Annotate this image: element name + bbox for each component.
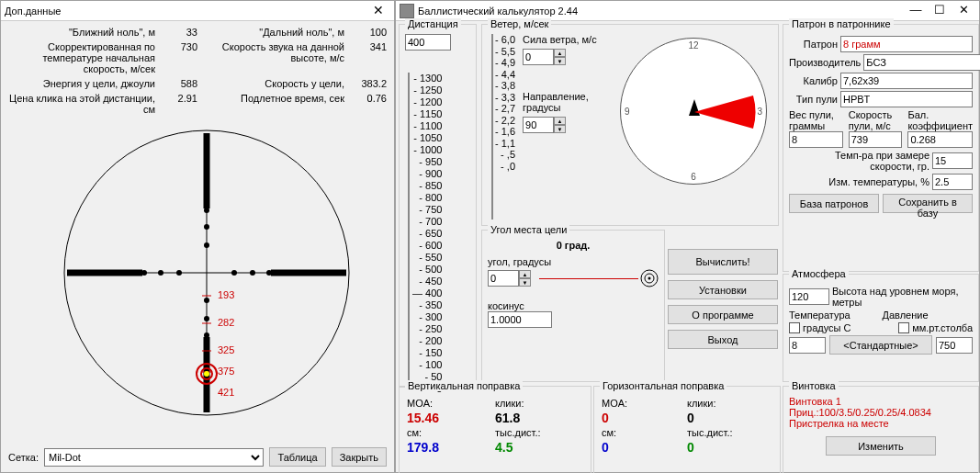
click-price-label: Цена клика на этой дистанции, см (8, 93, 155, 115)
wind-slider[interactable] (488, 34, 493, 220)
ret-val-3: 375 (218, 366, 234, 377)
pressure-input[interactable] (936, 337, 973, 354)
action-buttons: Вычислить! Установки О программе Выход (668, 249, 778, 349)
horiz-clk-label: клики: (687, 398, 772, 409)
horiz-moa-value: 0 (602, 411, 687, 425)
maximize-icon[interactable]: ☐ (928, 3, 952, 19)
maker-label: Производитель (789, 57, 861, 68)
distance-slider[interactable] (405, 73, 412, 385)
spin-down-icon[interactable]: ▼ (519, 278, 531, 287)
energy-label: Энергия у цели, джоули (8, 78, 155, 89)
svg-point-8 (176, 270, 182, 276)
bullet-speed-label: Скорость у цели, (197, 78, 344, 89)
distance-legend: Дистанция (405, 18, 461, 29)
close-button[interactable]: Закрыть (332, 447, 387, 467)
spin-up-icon[interactable]: ▲ (554, 49, 566, 57)
ret-val-4: 421 (218, 387, 234, 398)
vert-clk-value: 61.8 (495, 411, 583, 425)
wind-strength-label: Сила ветра, м/с (523, 34, 607, 45)
far-zero-value: 100 (344, 27, 387, 38)
spin-up-icon[interactable]: ▲ (554, 117, 566, 125)
wind-dir-input[interactable] (523, 117, 554, 133)
distance-scale: - 1300- 1250- 1200- 1150- 1100- 1050- 10… (412, 73, 445, 395)
angle-slider[interactable] (539, 278, 638, 279)
vert-clk-label: клики: (495, 398, 583, 409)
grid-select[interactable]: Mil-Dot (44, 448, 265, 467)
cartridge-db-button[interactable]: База патронов (789, 194, 879, 213)
speed-input[interactable] (849, 131, 903, 148)
svg-point-25 (204, 371, 209, 377)
spin-down-icon[interactable]: ▼ (554, 57, 566, 65)
bottom-bar: Сетка: Mil-Dot Таблица Закрыть (1, 444, 394, 470)
meas-temp-label: Темп-ра при замере скорости, гр. (789, 150, 929, 172)
main-title: Баллистический калькулятор 2.44 (418, 6, 904, 17)
temp-input[interactable] (789, 337, 826, 354)
distance-group: Дистанция - 1300- 1250- 1200- 1150- 1100… (399, 24, 477, 388)
exit-button[interactable]: Выход (668, 330, 778, 349)
grid-label: Сетка: (8, 452, 39, 463)
angle-label: угол, градусы (488, 256, 659, 267)
svg-point-18 (204, 332, 209, 338)
vert-moa-value: 15.46 (407, 411, 495, 425)
angle-title: 0 град. (488, 240, 659, 251)
table-button[interactable]: Таблица (269, 447, 325, 467)
save-cartridge-button[interactable]: Сохранить в базу (883, 194, 973, 213)
dtemp-input[interactable] (932, 174, 973, 190)
ret-val-0: 193 (218, 289, 234, 300)
angle-input[interactable] (488, 270, 519, 287)
sound-speed-label: Скорость звука на данной высоте, м/с (197, 41, 344, 74)
svg-point-14 (204, 242, 209, 248)
cart-label: Патрон (789, 39, 838, 50)
wind-scale: - 6,0- 5,5- 4,9- 4,4- 3,8- 3,3- 2,7- 2,2… (495, 34, 515, 220)
bc-input[interactable] (907, 131, 973, 148)
close-main-icon[interactable]: ✕ (952, 3, 975, 19)
bullet-speed-value: 383.2 (344, 78, 387, 89)
pres-header: Давление (883, 310, 974, 321)
deg-c-checkbox[interactable]: градусы С (789, 322, 850, 333)
weight-input[interactable] (789, 131, 843, 148)
cartridge-group: Патрон в патроннике Патрон Производитель… (783, 24, 979, 272)
app-icon (400, 4, 414, 18)
speed-label: Скорость пули, м/с (849, 109, 903, 131)
vertical-correction-group: Вертикальная поправка MOA: клики: 15.46 … (399, 386, 591, 473)
flight-time-label: Подлетное время, сек (197, 93, 344, 115)
svg-point-16 (204, 316, 209, 321)
cos-input[interactable] (488, 311, 552, 328)
cart-input[interactable] (840, 36, 973, 52)
vert-cm-value: 179.8 (407, 440, 495, 455)
about-button[interactable]: О программе (668, 305, 778, 324)
edit-rifle-button[interactable]: Изменить (826, 436, 936, 456)
wind-clock[interactable]: 12 3 6 9 (620, 38, 767, 185)
spin-up-icon[interactable]: ▲ (519, 270, 531, 278)
horiz-mil-label: тыс.дист.: (687, 427, 772, 438)
energy-value: 588 (155, 78, 197, 89)
maker-input[interactable] (863, 54, 980, 71)
meas-temp-input[interactable] (932, 152, 973, 169)
minimize-icon[interactable]: — (904, 3, 928, 19)
ret-val-2: 325 (218, 344, 234, 355)
horiz-clk-value: 0 (687, 411, 772, 425)
standard-button[interactable]: <Стандартные> (829, 335, 932, 355)
close-icon[interactable]: ✕ (366, 3, 390, 19)
weight-label: Вес пули, граммы (789, 109, 843, 131)
wind-strength-input[interactable] (523, 49, 554, 65)
reticle-svg: 193 282 325 375 421 (23, 126, 372, 438)
caliber-input[interactable] (840, 73, 973, 89)
altitude-input[interactable] (789, 288, 829, 305)
flight-time-value: 0.76 (344, 93, 387, 115)
spin-down-icon[interactable]: ▼ (554, 125, 566, 133)
settings-button[interactable]: Установки (668, 280, 778, 299)
horizontal-correction-group: Горизонтальная поправка MOA: клики: 0 0 … (593, 386, 781, 473)
reticle-view: 193 282 325 375 421 (1, 120, 394, 444)
horiz-legend: Горизонтальная поправка (600, 380, 727, 391)
atm-legend: Атмосфера (789, 268, 849, 279)
horiz-cm-label: см: (602, 427, 687, 438)
rifle-legend: Винтовка (789, 380, 839, 391)
distance-input[interactable] (405, 34, 451, 51)
caliber-label: Калибр (789, 75, 838, 86)
svg-point-12 (266, 270, 272, 276)
bullet-type-input[interactable] (840, 91, 973, 107)
calculate-button[interactable]: Вычислить! (668, 249, 778, 275)
mmhg-checkbox[interactable]: мм.рт.столба (898, 322, 973, 333)
ret-val-1: 282 (218, 317, 234, 328)
